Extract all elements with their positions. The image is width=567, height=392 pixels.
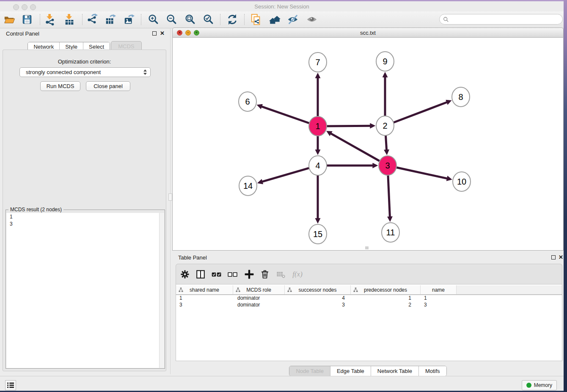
optimization-criterion-label: Optimization criterion: xyxy=(3,58,166,65)
network-window-title: scc.txt xyxy=(173,30,563,36)
tree-icon xyxy=(236,287,240,293)
task-history-button[interactable] xyxy=(5,380,16,390)
tree-icon xyxy=(179,287,183,293)
graph-node-9[interactable]: 9 xyxy=(376,52,394,71)
add-row-icon[interactable] xyxy=(243,268,256,281)
svg-text:1: 1 xyxy=(315,121,320,131)
reset-view-icon[interactable] xyxy=(268,13,281,26)
graph-node-3[interactable]: 3 xyxy=(379,156,396,175)
graph-node-6[interactable]: 6 xyxy=(239,92,256,111)
column-header-shared-name[interactable]: shared name xyxy=(176,285,233,294)
graph-node-11[interactable]: 11 xyxy=(382,223,399,242)
network-window-titlebar[interactable]: ✕ − + scc.txt xyxy=(172,28,564,38)
svg-text:14: 14 xyxy=(243,181,253,190)
mcds-result-textarea[interactable]: 1 3 xyxy=(6,213,164,368)
graph-edge-1-2[interactable] xyxy=(327,126,370,126)
graph-edge-1-6[interactable] xyxy=(261,107,309,123)
node-table-header: shared name MCDS role successor nodes pr… xyxy=(176,285,562,295)
tab-node-table[interactable]: Node Table xyxy=(289,366,330,376)
column-header-predecessor-nodes[interactable]: predecessor nodes xyxy=(351,285,421,294)
graph-edge-3-10[interactable] xyxy=(396,168,447,179)
table-row[interactable]: 1 dominator 4 1 1 xyxy=(176,295,562,302)
table-settings-icon[interactable] xyxy=(179,268,191,281)
zoom-out-icon[interactable] xyxy=(165,13,178,26)
close-table-panel-icon[interactable]: ✕ xyxy=(559,255,563,259)
node-table: shared name MCDS role successor nodes pr… xyxy=(176,284,562,361)
svg-text:7: 7 xyxy=(315,58,320,67)
graph-node-7[interactable]: 7 xyxy=(309,52,327,72)
svg-text:4: 4 xyxy=(315,161,320,170)
mcds-panel: Optimization criterion: strongly connect… xyxy=(3,50,166,371)
svg-text:8: 8 xyxy=(458,92,463,102)
memory-label: Memory xyxy=(534,382,552,388)
graph-node-8[interactable]: 8 xyxy=(452,87,470,107)
result-scrollbar[interactable] xyxy=(159,213,164,368)
hide-selected-icon[interactable] xyxy=(286,13,299,26)
clear-selection-icon[interactable] xyxy=(226,268,239,281)
graph-node-14[interactable]: 14 xyxy=(239,176,257,196)
graph-edge-3-11[interactable] xyxy=(388,175,390,217)
clone-network-icon[interactable] xyxy=(250,13,262,26)
open-session-icon[interactable] xyxy=(3,13,16,26)
graph-edge-3-1[interactable] xyxy=(331,133,380,161)
tab-network-table[interactable]: Network Table xyxy=(371,366,418,376)
panel-splitter[interactable] xyxy=(170,28,171,374)
float-panel-icon[interactable] xyxy=(152,31,157,36)
column-header-name[interactable]: name xyxy=(421,285,457,294)
svg-text:3: 3 xyxy=(385,161,390,170)
close-panel-icon[interactable]: ✕ xyxy=(160,31,165,36)
table-tabs: Node Table Edge Table Network Table Moti… xyxy=(172,366,564,376)
show-all-icon[interactable] xyxy=(306,13,318,26)
zoom-fit-icon[interactable] xyxy=(184,13,196,26)
delete-table-icon[interactable] xyxy=(275,268,287,281)
network-canvas[interactable]: 7968124314101511 xyxy=(172,38,564,251)
run-mcds-button[interactable]: Run MCDS xyxy=(40,81,80,91)
import-table-icon[interactable] xyxy=(63,13,76,26)
graph-edge-4-14[interactable] xyxy=(262,168,309,182)
graph-edge-2-3[interactable] xyxy=(386,135,387,150)
search-icon xyxy=(443,17,449,22)
zoom-selected-icon[interactable] xyxy=(202,13,215,26)
panel-splitter-handle[interactable] xyxy=(168,193,172,201)
canvas-resize-handle[interactable] xyxy=(365,246,369,249)
main-toolbar xyxy=(0,11,564,28)
result-line: 1 xyxy=(6,213,164,220)
select-all-icon[interactable] xyxy=(210,268,223,281)
tab-motifs[interactable]: Motifs xyxy=(418,366,446,376)
float-table-panel-icon[interactable] xyxy=(551,255,556,259)
memory-button[interactable]: Memory xyxy=(522,380,557,390)
graph-node-10[interactable]: 10 xyxy=(453,172,471,191)
list-icon xyxy=(7,382,14,389)
svg-text:15: 15 xyxy=(313,229,322,239)
toolbar-separator xyxy=(220,14,220,25)
export-network-icon[interactable] xyxy=(86,13,99,26)
export-image-icon[interactable] xyxy=(123,13,135,26)
mcds-result-groupbox: MCDS result (2 nodes) 1 3 xyxy=(6,210,165,369)
zoom-in-icon[interactable] xyxy=(147,13,160,26)
svg-text:9: 9 xyxy=(383,57,387,66)
toolbar-separator xyxy=(82,14,83,25)
criterion-select[interactable]: strongly connected component xyxy=(19,67,151,77)
search-input[interactable] xyxy=(439,14,563,25)
memory-status-icon xyxy=(526,383,531,388)
tab-edge-table[interactable]: Edge Table xyxy=(330,366,371,376)
control-panel-header: Control Panel ✕ xyxy=(0,28,169,40)
import-network-icon[interactable] xyxy=(44,13,56,26)
graph-node-4[interactable]: 4 xyxy=(309,156,327,175)
column-header-successor-nodes[interactable]: successor nodes xyxy=(285,285,351,294)
graph-node-15[interactable]: 15 xyxy=(309,224,327,244)
show-columns-icon[interactable] xyxy=(194,268,207,281)
table-row[interactable]: 3 dominator 3 2 3 xyxy=(176,302,562,309)
save-session-icon[interactable] xyxy=(21,13,33,26)
export-table-icon[interactable] xyxy=(104,13,117,26)
function-builder-icon[interactable]: f(x) xyxy=(291,268,304,281)
graph-node-2[interactable]: 2 xyxy=(376,116,394,135)
close-panel-button[interactable]: Close panel xyxy=(86,81,130,91)
refresh-view-icon[interactable] xyxy=(226,13,239,26)
column-header-mcds-role[interactable]: MCDS role xyxy=(233,285,285,294)
graph-edge-2-8[interactable] xyxy=(394,102,447,123)
desktop-wallpaper-edge xyxy=(564,0,567,392)
toolbar-separator xyxy=(244,14,245,25)
delete-row-icon[interactable] xyxy=(259,268,271,281)
graph-node-1[interactable]: 1 xyxy=(309,116,327,136)
